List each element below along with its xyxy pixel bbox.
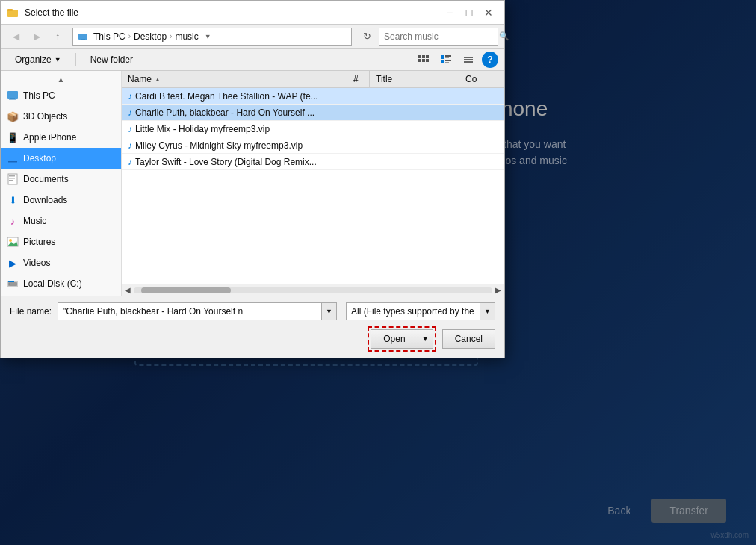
sidebar-label-pictures: Pictures bbox=[23, 237, 55, 247]
hscroll-right-button[interactable]: ▶ bbox=[492, 284, 504, 296]
refresh-button[interactable]: ↻ bbox=[358, 28, 376, 46]
breadcrumb-desktop[interactable]: Desktop bbox=[134, 31, 167, 42]
sidebar-item-local-disk-c[interactable]: Local Disk (C:) bbox=[1, 273, 121, 294]
sidebar-scroll-up[interactable]: ▲ bbox=[1, 74, 121, 85]
view-dropdown-button[interactable] bbox=[459, 51, 477, 69]
filename-input[interactable]: "Charlie Puth, blackbear - Hard On Yours… bbox=[58, 302, 322, 320]
sidebar-item-pictures[interactable]: Pictures bbox=[1, 231, 121, 252]
action-toolbar: Organize ▼ New folder bbox=[1, 49, 504, 71]
svg-point-31 bbox=[9, 239, 12, 242]
help-button[interactable]: ? bbox=[482, 52, 498, 68]
svg-rect-17 bbox=[464, 57, 473, 58]
svg-rect-27 bbox=[9, 175, 15, 177]
breadcrumb-dropdown-arrow[interactable]: ▼ bbox=[205, 33, 211, 40]
filetype-select[interactable]: All (File types supported by the bbox=[346, 302, 480, 320]
sidebar-item-downloads[interactable]: ⬇ Downloads bbox=[1, 190, 121, 211]
sidebar-label-desktop: Desktop bbox=[23, 153, 56, 164]
svg-rect-8 bbox=[418, 59, 421, 62]
sidebar-label-documents: Documents bbox=[23, 174, 69, 184]
sidebar-label-videos: Videos bbox=[23, 258, 50, 268]
sidebar-label-this-pc: This PC bbox=[23, 90, 55, 101]
svg-rect-23 bbox=[7, 153, 19, 161]
up-nav-button[interactable]: ↑ bbox=[49, 28, 66, 46]
svg-rect-9 bbox=[422, 59, 425, 62]
view-toggle-button[interactable] bbox=[437, 51, 455, 69]
svg-rect-6 bbox=[422, 55, 425, 58]
svg-rect-18 bbox=[464, 59, 473, 60]
filetype-dropdown-button[interactable]: ▼ bbox=[480, 302, 495, 320]
music-file-icon-4: ♪ bbox=[128, 140, 132, 151]
filename-label: File name: bbox=[10, 306, 52, 317]
this-pc-icon bbox=[7, 90, 19, 102]
music-file-icon-5: ♪ bbox=[128, 157, 132, 167]
col-num-header[interactable]: # bbox=[347, 71, 370, 87]
open-button-container: Open ▼ bbox=[368, 326, 436, 352]
sidebar-item-documents[interactable]: Documents bbox=[1, 169, 121, 190]
svg-rect-16 bbox=[445, 62, 449, 63]
open-dropdown-button[interactable]: ▼ bbox=[418, 329, 433, 349]
action-row: Open ▼ Cancel bbox=[10, 326, 495, 352]
sidebar-item-videos[interactable]: ▶ Videos bbox=[1, 252, 121, 273]
search-icon: 🔍 bbox=[499, 31, 509, 41]
hscroll-left-button[interactable]: ◀ bbox=[122, 284, 134, 296]
back-nav-button[interactable]: ◀ bbox=[7, 28, 25, 46]
search-input[interactable] bbox=[384, 31, 496, 42]
svg-rect-14 bbox=[441, 60, 444, 63]
cancel-button[interactable]: Cancel bbox=[442, 329, 495, 349]
organize-button[interactable]: Organize ▼ bbox=[7, 52, 69, 68]
svg-rect-13 bbox=[445, 57, 449, 58]
file-list-body: ♪ Cardi B feat. Megan Thee Stallion - WA… bbox=[122, 88, 504, 284]
breadcrumb-music[interactable]: music bbox=[175, 31, 198, 42]
svg-rect-15 bbox=[445, 60, 451, 61]
search-box: 🔍 bbox=[379, 28, 498, 46]
documents-icon bbox=[7, 173, 19, 185]
file-list-header: Name ▲ # Title Co bbox=[122, 71, 504, 88]
sort-arrow-icon: ▲ bbox=[155, 76, 161, 83]
sidebar-label-music: Music bbox=[23, 216, 46, 226]
file-row-3[interactable]: ♪ Little Mix - Holiday myfreemp3.vip bbox=[122, 121, 504, 137]
dialog-bottom: File name: "Charlie Puth, blackbear - Ha… bbox=[1, 296, 504, 358]
music-file-icon-2: ♪ bbox=[128, 108, 132, 118]
filename-row: File name: "Charlie Puth, blackbear - Ha… bbox=[10, 302, 495, 320]
hscroll-thumb[interactable] bbox=[141, 287, 231, 293]
svg-rect-19 bbox=[464, 61, 473, 63]
sidebar-item-3d-objects[interactable]: 📦 3D Objects bbox=[1, 106, 121, 127]
minimize-button[interactable]: − bbox=[440, 3, 459, 22]
sidebar-item-music[interactable]: ♪ Music bbox=[1, 211, 121, 231]
svg-rect-1 bbox=[7, 9, 13, 11]
svg-rect-28 bbox=[9, 178, 15, 179]
svg-rect-20 bbox=[7, 91, 18, 99]
view-options-button[interactable] bbox=[415, 51, 433, 69]
close-button[interactable]: ✕ bbox=[479, 3, 498, 22]
col-comment-header[interactable]: Co bbox=[459, 71, 504, 87]
local-disk-c-icon bbox=[7, 278, 19, 290]
filename-dropdown-button[interactable]: ▼ bbox=[322, 302, 337, 320]
forward-nav-button[interactable]: ▶ bbox=[28, 28, 46, 46]
sidebar-label-local-disk-c: Local Disk (C:) bbox=[23, 278, 82, 289]
open-button[interactable]: Open bbox=[371, 329, 418, 349]
sidebar-label-downloads: Downloads bbox=[23, 195, 67, 205]
sidebar-item-apple-iphone[interactable]: 📱 Apple iPhone bbox=[1, 127, 121, 148]
file-row-4[interactable]: ♪ Miley Cyrus - Midnight Sky myfreemp3.v… bbox=[122, 137, 504, 154]
sidebar-item-desktop[interactable]: Desktop bbox=[1, 148, 121, 169]
svg-rect-10 bbox=[426, 59, 429, 62]
svg-rect-25 bbox=[8, 161, 17, 163]
svg-rect-12 bbox=[445, 55, 451, 57]
svg-rect-5 bbox=[418, 55, 421, 58]
maximize-button[interactable]: □ bbox=[459, 3, 479, 22]
file-row-5[interactable]: ♪ Taylor Swift - Love Story (Digital Dog… bbox=[122, 154, 504, 170]
toolbar-separator bbox=[75, 53, 76, 66]
nav-toolbar: ◀ ▶ ↑ This PC › Desktop › music ▼ ↻ 🔍 bbox=[1, 25, 504, 49]
pictures-icon bbox=[7, 236, 19, 248]
col-title-header[interactable]: Title bbox=[370, 71, 459, 87]
col-name-header[interactable]: Name ▲ bbox=[122, 71, 347, 87]
file-row-2[interactable]: ♪ Charlie Puth, blackbear - Hard On Your… bbox=[122, 105, 504, 121]
new-folder-button[interactable]: New folder bbox=[82, 52, 141, 68]
music-icon: ♪ bbox=[7, 215, 19, 227]
breadcrumb-this-pc[interactable]: This PC bbox=[93, 31, 126, 42]
svg-point-35 bbox=[9, 284, 10, 285]
file-row-1[interactable]: ♪ Cardi B feat. Megan Thee Stallion - WA… bbox=[122, 88, 504, 105]
music-file-icon-1: ♪ bbox=[128, 91, 132, 102]
breadcrumb-pc bbox=[78, 31, 90, 42]
sidebar-item-this-pc[interactable]: This PC bbox=[1, 85, 121, 106]
